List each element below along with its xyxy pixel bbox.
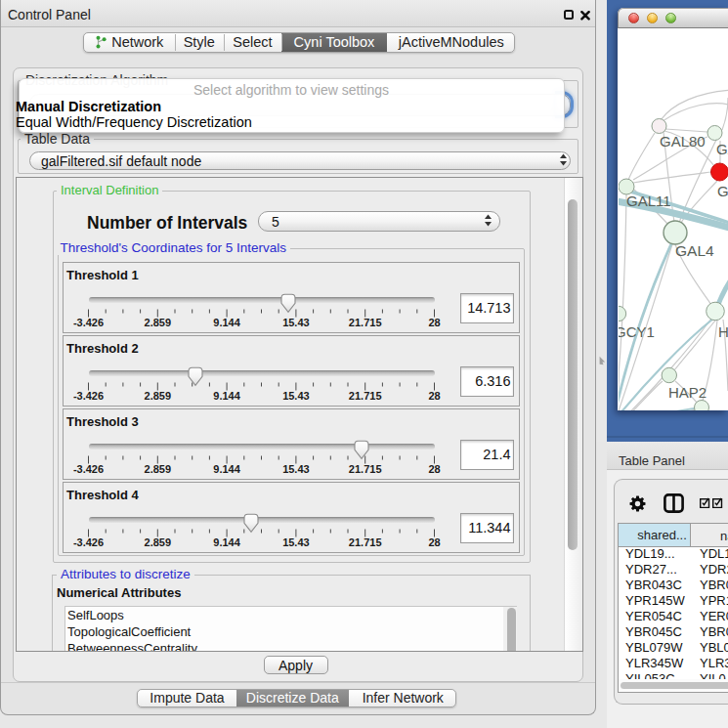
svg-text:GAL4: GAL4 [675, 242, 714, 259]
svg-text:H: H [718, 323, 728, 340]
svg-text:HAP2: HAP2 [668, 384, 707, 401]
svg-text:GA: GA [716, 141, 728, 157]
svg-text:GAL11: GAL11 [626, 193, 671, 209]
svg-text:G: G [717, 183, 728, 199]
svg-text:GAL80: GAL80 [660, 133, 706, 150]
svg-text:GCY1: GCY1 [619, 323, 655, 340]
